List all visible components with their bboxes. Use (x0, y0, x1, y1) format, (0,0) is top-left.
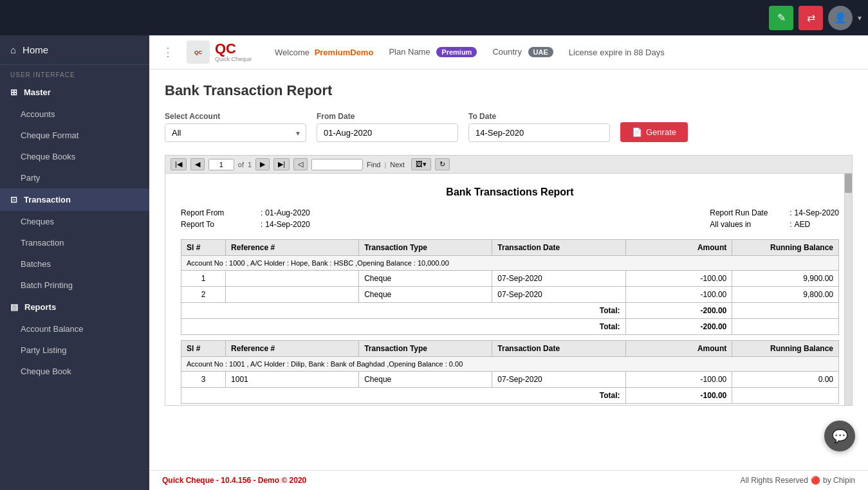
chat-bubble[interactable]: 💬 (824, 421, 855, 451)
table-row: 2 Cheque 07-Sep-2020 -100.00 9,800.00 (181, 287, 839, 303)
report-scroll-area: Bank Transactions Report Report From : 0… (165, 174, 852, 405)
report-from-sep: : (261, 208, 263, 217)
find-label[interactable]: Find (367, 161, 380, 168)
sidebar-item-cheque-book[interactable]: Cheque Book (0, 361, 149, 382)
topbar: ✎ ⇄ 👤 ▾ (0, 0, 868, 35)
user-icon: 👤 (834, 12, 847, 24)
next-label[interactable]: Next (390, 161, 405, 168)
sidebar-item-party[interactable]: Party (0, 167, 149, 188)
all-values-in-row: All values in : AED (710, 220, 839, 229)
sidebar-item-transaction[interactable]: Transaction (0, 232, 149, 253)
find-input[interactable] (311, 159, 363, 170)
select-account-label: Select Account (165, 112, 306, 121)
generate-button[interactable]: 📄 Genrate (620, 122, 688, 142)
sidebar-category-master[interactable]: ⊞ Master (0, 81, 149, 104)
sidebar-item-accounts[interactable]: Accounts (0, 104, 149, 125)
welcome-prefix: Welcome (275, 48, 309, 57)
col-date: Transaction Date (492, 240, 625, 256)
sidebar-item-cheque-format[interactable]: Cheque Format (0, 125, 149, 146)
account-info-2: Account No : 1001 , A/C Holder : Dilip, … (181, 357, 839, 372)
back-btn[interactable]: ◁ (293, 158, 308, 170)
select-account-input[interactable]: All (165, 123, 306, 142)
report-meta: Report From : 01-Aug-2020 Report To : 14… (181, 208, 839, 229)
footer-brand: by Chipin (823, 476, 855, 485)
report-run-date-label: Report Run Date (710, 208, 787, 217)
col-ref: Reference # (226, 240, 359, 256)
topbar-dropdown-arrow[interactable]: ▾ (858, 14, 862, 23)
cell-sl: 2 (181, 287, 226, 303)
cell-amount: -100.00 (625, 271, 732, 287)
sidebar-item-cheque-books[interactable]: Cheque Books (0, 146, 149, 167)
from-date-input[interactable] (317, 123, 458, 142)
account-header-2: Account No : 1001 , A/C Holder : Dilip, … (181, 357, 839, 372)
avatar[interactable]: 👤 (828, 6, 853, 30)
footer-left: Quick Cheque - 10.4.156 - Demo © 2020 (162, 476, 306, 485)
report-from-label: Report From (181, 208, 258, 217)
total-amount-3: -100.00 (625, 388, 732, 404)
sidebar-transaction-icon: ⊡ (10, 195, 17, 204)
logo-text-area: QC Quick Cheque (215, 42, 252, 62)
report-title: Bank Transactions Report (181, 186, 839, 198)
cell-balance: 9,800.00 (732, 287, 839, 303)
report-scrollbar[interactable] (844, 174, 852, 405)
separator: | (384, 161, 386, 168)
logo-icon: QC (194, 50, 202, 55)
sidebar-item-batch-printing[interactable]: Batch Printing (0, 275, 149, 296)
sidebar-item-batches[interactable]: Batches (0, 253, 149, 275)
sidebar-category-transaction[interactable]: ⊡ Transaction (0, 188, 149, 211)
license-text: License expire in 88 Days (569, 48, 665, 57)
cell-type-3: Cheque (359, 372, 492, 388)
sidebar-item-cheques[interactable]: Cheques (0, 211, 149, 232)
cell-ref-3: 1001 (226, 372, 359, 388)
cell-date-3: 07-Sep-2020 (492, 372, 625, 388)
to-date-input[interactable] (468, 123, 610, 142)
all-values-in-value: AED (795, 220, 811, 229)
header-info: Welcome PremiumDemo Plan Name Premium Co… (275, 47, 665, 57)
report-to-sep: : (261, 220, 263, 229)
menu-dots-icon[interactable]: ⋮ (162, 45, 174, 59)
last-page-btn[interactable]: ▶| (273, 158, 290, 170)
page-number-input[interactable] (208, 159, 234, 170)
report-scrollbar-thumb[interactable] (845, 174, 852, 193)
total-row-1: Total: -200.00 (181, 303, 839, 319)
total-label-3: Total: (181, 388, 626, 404)
sidebar-home[interactable]: ⌂ Home (0, 35, 149, 65)
total-amount-1: -200.00 (625, 303, 732, 319)
first-page-btn[interactable]: |◀ (171, 158, 187, 170)
sidebar-home-label: Home (23, 44, 48, 55)
topbar-edit-btn[interactable]: ✎ (769, 6, 793, 30)
table-row: 1 Cheque 07-Sep-2020 -100.00 9,900.00 (181, 271, 839, 287)
sidebar-item-party-listing[interactable]: Party Listing (0, 340, 149, 361)
next-page-btn[interactable]: ▶ (255, 158, 270, 170)
country-text: Country UAE (492, 47, 553, 57)
cell-ref (226, 287, 359, 303)
home-icon: ⌂ (10, 44, 16, 55)
total-pages: 1 (248, 161, 252, 168)
sidebar-category-reports[interactable]: ▤ Reports (0, 296, 149, 318)
export-btn[interactable]: 🖼▾ (411, 158, 431, 170)
report-run-date-value: 14-Sep-2020 (795, 208, 839, 217)
footer-right: All Rights Reserved 🔴 by Chipin (741, 476, 855, 485)
report-to-row: Report To : 14-Sep-2020 (181, 220, 310, 229)
col-ref-2: Reference # (226, 341, 359, 357)
table-row: 3 1001 Cheque 07-Sep-2020 -100.00 0.00 (181, 372, 839, 388)
cell-date: 07-Sep-2020 (492, 287, 625, 303)
filter-group-to-date: To Date (468, 112, 610, 142)
refresh-btn[interactable]: ↻ (435, 158, 450, 170)
col-sl: Sl # (181, 240, 226, 256)
sidebar-section-label: USER INTERFACE (0, 65, 149, 81)
total-label-1: Total: (181, 303, 626, 319)
from-date-label: From Date (317, 112, 458, 121)
account-header-1: Account No : 1000 , A/C Holder : Hope, B… (181, 256, 839, 271)
generate-icon: 📄 (632, 127, 642, 137)
header-bar: ⋮ QC QC Quick Cheque Welcome PremiumDemo… (149, 35, 868, 69)
cell-sl: 1 (181, 271, 226, 287)
report-body: Bank Transactions Report Report From : 0… (165, 174, 852, 405)
cell-type: Cheque (359, 271, 492, 287)
topbar-switch-btn[interactable]: ⇄ (799, 6, 823, 30)
prev-page-btn[interactable]: ◀ (190, 158, 205, 170)
report-from-value: 01-Aug-2020 (265, 208, 309, 217)
cell-balance: 9,900.00 (732, 271, 839, 287)
sidebar-item-account-balance[interactable]: Account Balance (0, 318, 149, 340)
total-label-2: Total: (181, 319, 626, 335)
